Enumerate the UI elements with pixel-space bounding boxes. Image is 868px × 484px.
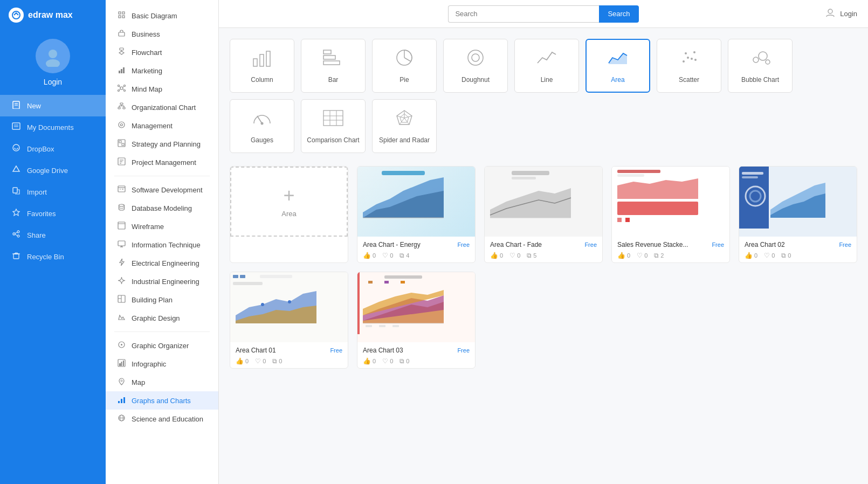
hearts-stat: ♡ 0	[509, 252, 520, 259]
share-icon	[11, 230, 22, 240]
svg-line-121	[399, 118, 404, 125]
mind-map-icon	[116, 84, 126, 94]
sidebar-item-import[interactable]: Import	[0, 181, 106, 203]
template-name: Area Chart - Fade	[490, 241, 542, 248]
category-flowchart[interactable]: Flowchart	[106, 43, 218, 61]
svg-point-14	[13, 233, 15, 235]
svg-rect-41	[118, 107, 120, 109]
category-map[interactable]: Map	[106, 373, 218, 391]
logo-container[interactable]: edraw max	[0, 0, 106, 30]
sidebar-item-google-drive[interactable]: Google Drive	[0, 160, 106, 181]
category-wireframe[interactable]: Wireframe	[106, 217, 218, 236]
category-graphic-design[interactable]: Graphic Design	[106, 309, 218, 327]
svg-rect-133	[617, 218, 622, 222]
category-label: Infographic	[132, 360, 166, 368]
template-sales-revenue[interactable]: Sales Revenue Stacke... Free 👍 0 ♡ 0	[611, 166, 730, 263]
heart-icon: ♡	[382, 252, 388, 259]
logo-icon	[9, 8, 24, 23]
thumbs-up-icon: 👍	[745, 252, 753, 259]
category-infographic[interactable]: Infographic	[106, 355, 218, 373]
chart-type-bubble[interactable]: Bubble Chart	[728, 39, 793, 93]
category-mind-map[interactable]: Mind Map	[106, 80, 218, 98]
category-graphs-and-charts[interactable]: Graphs and Charts	[106, 391, 218, 410]
sidebar-item-label-google-drive: Google Drive	[27, 167, 68, 175]
chart-type-pie[interactable]: Pie	[372, 39, 437, 93]
sidebar-item-share[interactable]: Share	[0, 224, 106, 246]
template-area-chart-02[interactable]: Area Chart 02 Free 👍 0 ♡ 0 ⧉	[739, 166, 857, 263]
plus-icon: +	[283, 186, 294, 205]
category-business[interactable]: Business	[106, 25, 218, 43]
chart-type-doughnut[interactable]: Doughnut	[443, 39, 508, 93]
svg-rect-93	[323, 56, 335, 59]
svg-point-15	[17, 235, 19, 237]
svg-rect-78	[119, 363, 121, 366]
search-input[interactable]	[448, 5, 599, 23]
chart-type-area[interactable]: Area	[585, 39, 650, 93]
basic-diagram-icon	[116, 11, 126, 20]
likes-stat: 👍 0	[617, 252, 630, 259]
svg-point-48	[120, 124, 122, 126]
svg-rect-132	[617, 202, 698, 215]
svg-rect-25	[120, 48, 123, 50]
chart-type-label: Doughnut	[461, 76, 490, 84]
category-label: Basic Diagram	[132, 12, 177, 20]
template-area-chart-03[interactable]: Area Chart 03 Free 👍 0 ♡ 0 ⧉	[357, 272, 476, 369]
category-label: Graphic Design	[132, 314, 180, 322]
sidebar-item-favorites[interactable]: Favorites	[0, 203, 106, 224]
template-area-chart-fade[interactable]: Area Chart - Fade Free 👍 0 ♡ 0	[484, 166, 603, 263]
svg-point-32	[118, 85, 119, 87]
likes-stat: 👍 0	[490, 252, 503, 259]
management-icon	[116, 121, 126, 130]
sidebar-item-new[interactable]: New	[0, 95, 106, 116]
svg-point-13	[17, 231, 19, 233]
chart-type-gauges[interactable]: Gauges	[230, 99, 294, 153]
category-electrical-engineering[interactable]: Electrical Engineering	[106, 254, 218, 272]
category-database-modeling[interactable]: Database Modeling	[106, 199, 218, 217]
chart-type-label: Gauges	[251, 136, 273, 144]
likes-stat: 👍 0	[363, 252, 376, 259]
category-management[interactable]: Management	[106, 116, 218, 135]
chart-type-line[interactable]: Line	[514, 39, 579, 93]
login-label[interactable]: Login	[44, 78, 62, 86]
import-icon	[11, 186, 22, 197]
category-organizational-chart[interactable]: Organizational Chart	[106, 98, 218, 116]
template-area-chart-01[interactable]: Area Chart 01 Free 👍 0 ♡ 0 ⧉	[230, 272, 348, 369]
search-button[interactable]: Search	[599, 5, 638, 23]
chart-type-comparison[interactable]: Comparison Chart	[301, 99, 366, 153]
category-strategy-planning[interactable]: Strategy and Planning	[106, 135, 218, 153]
category-label: Graphic Organizer	[132, 342, 189, 350]
template-title-row: Area Chart 03 Free	[363, 347, 470, 354]
chart-type-column[interactable]: Column	[230, 39, 294, 93]
svg-line-97	[404, 58, 411, 61]
category-graphic-organizer[interactable]: Graphic Organizer	[106, 336, 218, 355]
template-stats: 👍 0 ♡ 0 ⧉ 2	[617, 252, 724, 259]
chart-type-bar[interactable]: Bar	[301, 39, 366, 93]
category-basic-diagram[interactable]: Basic Diagram	[106, 6, 218, 25]
category-software-development[interactable]: Software Development	[106, 181, 218, 199]
template-name: Sales Revenue Stacke...	[617, 241, 688, 248]
category-industrial-engineering[interactable]: Industrial Engineering	[106, 272, 218, 291]
svg-rect-11	[13, 188, 17, 193]
sidebar-item-dropbox[interactable]: DropBox	[0, 138, 106, 160]
svg-point-100	[683, 60, 685, 63]
likes-count: 0	[373, 252, 376, 259]
category-science-education[interactable]: Science and Education	[106, 410, 218, 428]
copies-stat: ⧉ 2	[654, 252, 664, 259]
chart-type-scatter[interactable]: Scatter	[657, 39, 721, 93]
category-information-technique[interactable]: Information Technique	[106, 236, 218, 254]
svg-line-17	[15, 234, 17, 236]
template-area-chart-energy[interactable]: Area Chart - Energy Free 👍 0 ♡ 0	[357, 166, 476, 263]
copies-stat: ⧉ 4	[399, 252, 409, 259]
sidebar-item-label-recycle-bin: Recycle Bin	[27, 253, 64, 261]
template-new-area[interactable]: + Area	[230, 166, 348, 263]
topbar-login-label[interactable]: Login	[840, 10, 857, 18]
category-label: Organizational Chart	[132, 103, 196, 112]
category-project-management[interactable]: Project Management	[106, 153, 218, 171]
category-building-plan[interactable]: Building Plan	[106, 291, 218, 309]
sidebar-item-my-documents[interactable]: My Documents	[0, 116, 106, 138]
category-marketing[interactable]: Marketing	[106, 61, 218, 80]
comparison-chart-icon	[322, 108, 344, 132]
chart-type-spider-radar[interactable]: Spider and Radar	[372, 99, 437, 153]
copies-count: 4	[406, 252, 409, 259]
sidebar-item-recycle-bin[interactable]: Recycle Bin	[0, 246, 106, 267]
